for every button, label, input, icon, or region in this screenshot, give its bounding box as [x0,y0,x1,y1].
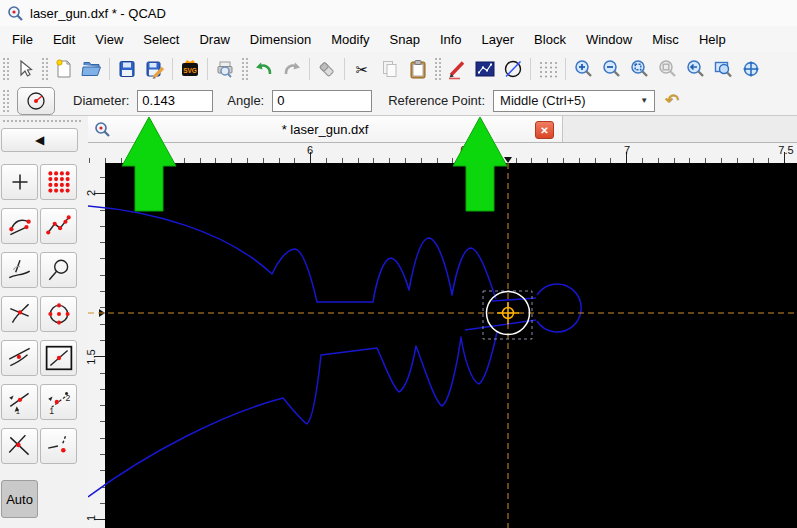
snap-reference-button[interactable] [1,296,38,332]
menu-file[interactable]: File [2,29,43,50]
open-file-button[interactable] [78,56,106,82]
menu-modify[interactable]: Modify [321,29,379,50]
pan-button[interactable] [737,56,765,82]
menu-help[interactable]: Help [689,29,736,50]
copy-button[interactable] [376,56,404,82]
snap-free-icon [6,168,34,196]
back-triangle-icon: ◀ [35,133,44,147]
polyline-icon [474,58,496,80]
ruler-tick-label: 7 [624,144,630,156]
snap-toolbar: ◀ [0,116,88,528]
menu-view[interactable]: View [85,29,133,50]
grid-toggle-button[interactable] [534,56,562,82]
zoom-out-button[interactable] [597,56,625,82]
tab-close-button[interactable]: ✕ [535,121,554,139]
snap-center-icon [45,300,73,328]
toolbar-handle[interactable] [434,57,441,81]
snap-intersection-manual-button[interactable] [40,428,77,464]
svg-export-button[interactable]: SVG [176,56,204,82]
qcad-logo-icon [7,5,23,21]
zoom-back-button[interactable] [681,56,709,82]
select-tool-button[interactable] [11,56,39,82]
snap-grid-button[interactable] [40,164,77,200]
save-as-floppy-pencil-icon [144,58,166,80]
tool-options-bar: Diameter: Angle: Reference Point: Middle… [0,86,797,116]
menu-window[interactable]: Window [576,29,642,50]
menu-snap[interactable]: Snap [380,29,430,50]
eraser-button[interactable] [313,56,341,82]
draw-pencil-button[interactable] [443,56,471,82]
main-toolbar: SVG [0,52,797,86]
menu-bar: File Edit View Select Draw Dimension Mod… [0,26,797,52]
snap-tangential-icon [45,256,73,284]
save-button[interactable] [113,56,141,82]
back-button[interactable]: ◀ [1,128,78,152]
new-document-icon [53,58,75,80]
zoom-out-icon [600,58,622,80]
zoom-window-button[interactable] [709,56,737,82]
snap-intersection-manual-icon [45,432,73,460]
scissors-icon: ✂ [356,62,369,77]
snap-distance-manual-icon [6,344,34,372]
copy-pages-icon [379,58,401,80]
reference-point-dropdown[interactable]: Middle (Ctrl+5) ▼ [493,90,655,112]
angle-input[interactable] [272,90,372,112]
snap-distance-button[interactable]: 1 [1,384,38,420]
ellipse-tool-button[interactable] [499,56,527,82]
snap-perpendicular-button[interactable] [1,252,38,288]
snap-intersection-button[interactable] [1,428,38,464]
chevron-down-icon: ▼ [640,96,648,105]
snap-intersection-icon [6,432,34,460]
redo-button[interactable] [278,56,306,82]
toolbar-separator [309,58,310,80]
zoom-in-button[interactable] [569,56,597,82]
snap-on-entity-button[interactable] [40,208,77,244]
toolbar-handle[interactable] [2,57,9,81]
undo-button[interactable] [250,56,278,82]
snap-tangential-button[interactable] [40,252,77,288]
auto-button-label: Auto [6,492,33,507]
menu-draw[interactable]: Draw [189,29,239,50]
laser-gun-outline[interactable] [88,206,581,497]
circle-diameter-tool-button[interactable] [17,87,55,115]
menu-info[interactable]: Info [430,29,472,50]
print-preview-button[interactable] [211,56,239,82]
snap-free-button[interactable] [1,164,38,200]
cut-button[interactable]: ✂ [348,56,376,82]
toolbar-separator [172,58,173,80]
ruler-tick-label: 6.5 [460,144,475,156]
angle-label: Angle: [227,93,264,108]
save-floppy-icon [116,58,138,80]
zoom-auto-button[interactable] [625,56,653,82]
menu-select[interactable]: Select [133,29,189,50]
snap-center-button[interactable] [40,296,77,332]
menu-misc[interactable]: Misc [642,29,689,50]
reset-tool-button[interactable]: ↶ [665,90,679,111]
save-as-button[interactable] [141,56,169,82]
menu-edit[interactable]: Edit [43,29,85,50]
snap-distance-manual-button[interactable] [1,340,38,376]
zoom-previous-button[interactable] [653,56,681,82]
undo-arrow-icon [253,58,275,80]
toolbar-handle[interactable] [2,89,9,113]
paste-button[interactable] [404,56,432,82]
menu-dimension[interactable]: Dimension [240,29,321,50]
snap-coordinate-button[interactable]: 1 2 [40,384,77,420]
close-icon: ✕ [540,125,548,136]
diameter-input[interactable] [137,90,213,112]
redo-arrow-icon [281,58,303,80]
zoom-auto-icon [628,58,650,80]
toolbar-handle[interactable] [2,119,82,124]
menu-block[interactable]: Block [524,29,576,50]
reference-point-label: Reference Point: [388,93,485,108]
snap-middle-button[interactable] [40,340,77,376]
toolbar-handle[interactable] [241,57,248,81]
toolbar-handle[interactable] [41,57,48,81]
polyline-tool-button[interactable] [471,56,499,82]
snap-auto-button[interactable]: Auto [1,480,38,518]
menu-layer[interactable]: Layer [472,29,525,50]
new-document-button[interactable] [50,56,78,82]
document-tab[interactable]: * laser_gun.dxf ✕ [88,116,563,142]
snap-endpoints-icon [6,212,34,240]
snap-endpoints-button[interactable] [1,208,38,244]
